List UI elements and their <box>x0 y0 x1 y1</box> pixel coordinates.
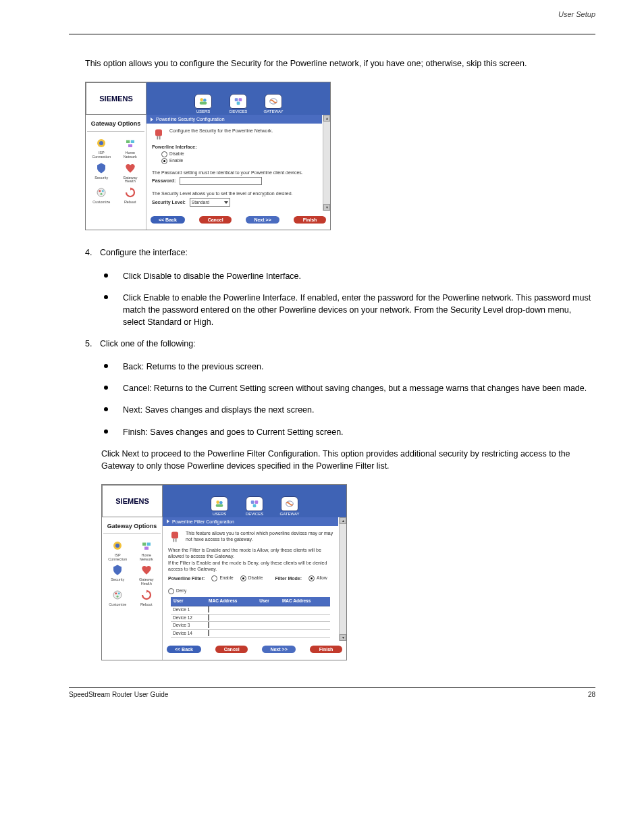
tab-devices[interactable]: DEVICES <box>223 94 254 113</box>
svg-rect-3 <box>235 98 238 101</box>
page-header-right: User Setup <box>558 10 595 18</box>
radio-enable[interactable]: Enable <box>161 158 318 164</box>
sidebar-item-customize[interactable]: Customize <box>103 588 132 607</box>
sidebar-title: Gateway Options <box>87 118 144 132</box>
scroll-up-icon[interactable]: ▴ <box>340 517 346 524</box>
svg-rect-10 <box>131 140 134 144</box>
scroll-down-icon[interactable]: ▾ <box>323 204 330 211</box>
svg-rect-4 <box>239 98 242 101</box>
back-button[interactable]: << Back <box>167 646 201 653</box>
scroll-up-icon[interactable]: ▴ <box>323 115 330 122</box>
sidebar-item-security[interactable]: Security <box>103 563 132 586</box>
next-button[interactable]: Next >> <box>262 646 295 653</box>
tab-area: USERS DEVICES GATEWAY <box>163 485 346 517</box>
finish-button[interactable]: Finish <box>294 216 326 224</box>
wizard-nav: << Back Cancel Next >> Finish <box>146 212 330 230</box>
tab-users[interactable]: USERS <box>188 94 219 113</box>
shield-icon <box>109 563 126 577</box>
chevron-right-icon <box>167 519 169 523</box>
tab-devices[interactable]: DEVICES <box>239 496 270 516</box>
sidebar-item-reboot[interactable]: Reboot <box>132 588 161 607</box>
bullet-icon <box>104 295 108 299</box>
svg-point-12 <box>97 188 105 197</box>
tab-label: GATEWAY <box>258 109 289 113</box>
cancel-button[interactable]: Cancel <box>199 216 232 224</box>
mac-input[interactable] <box>208 615 209 621</box>
mac-input[interactable] <box>208 622 209 628</box>
svg-rect-5 <box>237 102 240 105</box>
sidebar-item-isp[interactable]: ISP Connection <box>87 136 116 159</box>
seclevel-select[interactable]: Standard <box>190 198 230 207</box>
password-input[interactable] <box>180 177 262 185</box>
section-header: Powerline Security Configuration <box>146 115 322 124</box>
svg-rect-28 <box>142 542 146 546</box>
home-network-icon <box>122 136 138 151</box>
finish-button[interactable]: Finish <box>310 646 342 653</box>
svg-point-14 <box>102 190 104 192</box>
step5-bullet-cancel: Cancel: Returns to the Current Setting s… <box>123 382 587 394</box>
app-topbar: SIEMENS USERS DEVICES GATEWAY <box>102 485 346 517</box>
svg-rect-30 <box>144 546 149 550</box>
mac-input[interactable] <box>208 630 209 636</box>
tab-gateway[interactable]: GATEWAY <box>258 94 289 113</box>
sidebar-item-gateway-health[interactable]: Gateway Health <box>132 563 161 586</box>
content-panel: ▴ ▾ Powerline Security Configuration <box>146 115 330 230</box>
mac-input[interactable] <box>208 606 209 613</box>
bullet-icon <box>104 407 108 411</box>
scroll-down-icon[interactable]: ▾ <box>340 634 346 641</box>
radio-fm-deny[interactable]: Deny <box>168 588 186 594</box>
sidebar-title: Gateway Options <box>103 520 161 534</box>
svg-point-15 <box>101 193 103 195</box>
radio-pf-disable[interactable]: Disable <box>240 575 263 581</box>
bullet-icon <box>104 386 108 390</box>
sidebar-item-isp[interactable]: ISP Connection <box>103 538 132 562</box>
sidebar-item-home-network[interactable]: Home Network <box>116 136 145 159</box>
tab-gateway[interactable]: GATEWAY <box>274 496 305 516</box>
section-intro: Configure the Security for the Powerline… <box>169 128 273 134</box>
scrollbar[interactable]: ▴ ▾ <box>339 517 346 641</box>
th-mac: MAC Address <box>206 597 257 606</box>
fm-label: Filter Mode: <box>275 575 302 581</box>
sidebar-item-security[interactable]: Security <box>87 161 116 184</box>
tab-label: USERS <box>188 109 219 113</box>
svg-point-0 <box>200 98 203 101</box>
palette-icon <box>109 588 126 602</box>
filter-intro: This feature allows you to control which… <box>186 530 334 543</box>
isp-icon <box>93 136 109 151</box>
gateway-icon <box>265 94 282 109</box>
sidebar-item-customize[interactable]: Customize <box>87 185 116 205</box>
sidebar-item-reboot[interactable]: Reboot <box>116 185 145 205</box>
scrollbar[interactable]: ▴ ▾ <box>323 115 330 211</box>
radio-icon <box>168 588 174 594</box>
caret-down-icon <box>224 201 228 204</box>
svg-rect-16 <box>155 130 162 136</box>
svg-point-1 <box>203 99 207 102</box>
sidebar-item-home-network[interactable]: Home Network <box>132 538 161 562</box>
back-button[interactable]: << Back <box>151 216 185 224</box>
step4-text: Configure the interface: <box>100 246 188 259</box>
svg-point-20 <box>219 501 223 504</box>
cancel-button[interactable]: Cancel <box>215 646 248 653</box>
radio-selected-icon <box>308 575 315 581</box>
svg-rect-22 <box>251 500 254 504</box>
pf-label: Powerline Filter: <box>168 575 205 581</box>
seclevel-help: The Security Level allows you to set the… <box>152 190 318 197</box>
powerline-icon <box>152 128 165 140</box>
radio-selected-icon <box>161 158 167 164</box>
svg-rect-21 <box>216 504 223 507</box>
radio-fm-allow[interactable]: Allow <box>308 575 327 581</box>
siemens-logo: SIEMENS <box>86 82 146 115</box>
wizard-nav: << Back Cancel Next >> Finish <box>163 642 346 660</box>
svg-point-32 <box>115 592 117 594</box>
next-button[interactable]: Next >> <box>246 216 279 224</box>
filter-table: User MAC Address User MAC Address Device… <box>171 597 330 638</box>
svg-point-19 <box>216 500 219 504</box>
tab-users[interactable]: USERS <box>204 496 235 516</box>
intro-text: This option allows you to configure the … <box>85 57 595 70</box>
sidebar: Gateway Options ISP Connection Home Netw… <box>102 517 163 660</box>
radio-pf-enable[interactable]: Enable <box>211 575 233 581</box>
radio-disable[interactable]: Disable <box>161 151 318 157</box>
sidebar-item-gateway-health[interactable]: Gateway Health <box>116 161 145 184</box>
users-icon <box>211 496 228 511</box>
step5-bullet-next: Next: Saves changes and displays the nex… <box>123 404 315 416</box>
